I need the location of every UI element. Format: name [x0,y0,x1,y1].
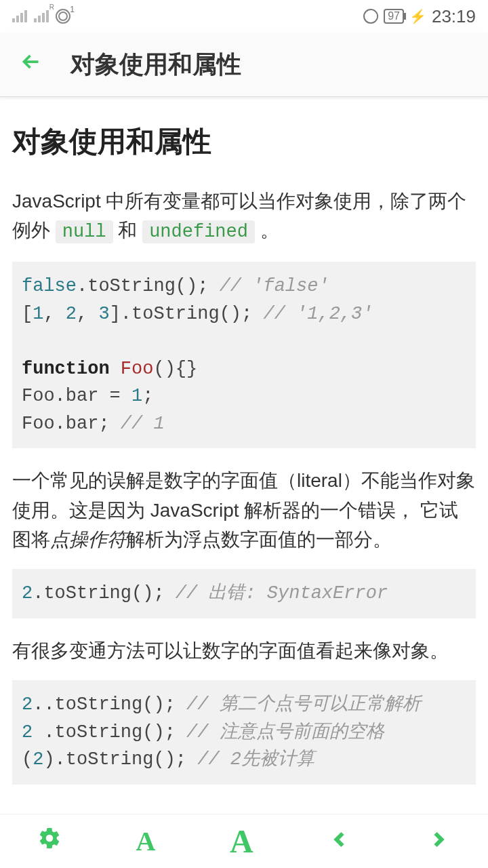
code-block-2: 2.toString(); // 出错: SyntaxError [12,569,476,618]
paragraph-1: JavaScript 中所有变量都可以当作对象使用，除了两个例外 null 和 … [12,186,476,247]
battery-indicator: 97 [384,9,404,24]
signal-icon-2 [34,10,49,22]
italic-text: 点操作符 [50,529,126,550]
charging-icon: ⚡ [409,8,426,24]
bottom-toolbar: A A [0,814,488,868]
clock: 23:19 [432,6,476,27]
app-bar: 对象使用和属性 [0,33,488,97]
page-title: 对象使用和属性 [12,123,476,161]
content-scroll[interactable]: 对象使用和属性 JavaScript 中所有变量都可以当作对象使用，除了两个例外… [0,97,488,814]
paragraph-3: 有很多变通方法可以让数字的字面值看起来像对象。 [12,636,476,665]
code-block-1: false.toString(); // 'false' [1, 2, 3].t… [12,262,476,448]
settings-button[interactable] [24,819,75,863]
status-right: 97 ⚡ 23:19 [363,6,476,27]
app-bar-title: 对象使用和属性 [70,48,241,81]
dnd-moon-icon [363,9,378,24]
status-bar: 1 97 ⚡ 23:19 [0,0,488,33]
status-left: 1 [12,9,70,24]
hotspot-icon: 1 [56,9,70,24]
inline-code-null: null [56,220,113,243]
font-decrease-button[interactable]: A [123,818,169,864]
inline-code-undefined: undefined [142,220,255,243]
paragraph-2: 一个常见的误解是数字的字面值（literal）不能当作对象使用。这是因为 Jav… [12,466,476,554]
next-button[interactable] [413,818,464,865]
font-increase-button[interactable]: A [216,816,267,867]
back-button[interactable] [12,43,57,87]
prev-button[interactable] [314,818,365,865]
code-block-3: 2..toString(); // 第二个点号可以正常解析 2 .toStrin… [12,680,476,785]
signal-icon-1 [12,10,27,22]
